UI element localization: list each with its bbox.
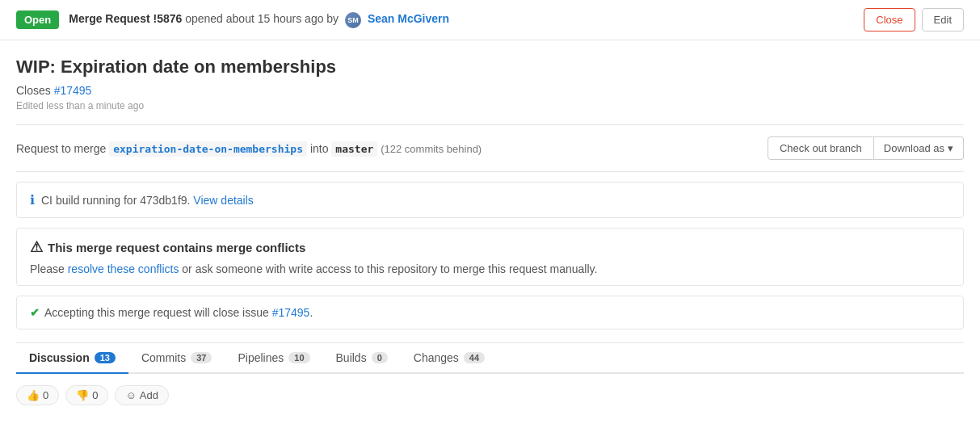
close-issue-text: Accepting this merge request will close … <box>44 306 313 319</box>
close-issue-before: Accepting this merge request will close … <box>44 306 272 319</box>
mr-meta-text: Merge Request !5876 opened about 15 hour… <box>69 12 449 25</box>
tab-count: 44 <box>464 352 485 363</box>
commits-behind: (122 commits behind) <box>381 143 482 155</box>
tab-pipelines[interactable]: Pipelines10 <box>225 343 322 374</box>
conflict-title: ⚠ This merge request contains merge conf… <box>30 238 950 256</box>
close-issue-after: . <box>309 306 313 319</box>
ci-running-text: CI build running for 473db1f9. <box>41 194 190 207</box>
issue-link[interactable]: #17495 <box>272 306 310 319</box>
mr-opened-text: opened about 15 hours ago by <box>185 12 342 25</box>
tab-count: 13 <box>95 352 116 363</box>
tab-builds[interactable]: Builds0 <box>323 343 401 374</box>
top-bar-actions: Close Edit <box>864 8 964 31</box>
reaction-button[interactable]: 👍0 <box>16 385 59 405</box>
tab-changes[interactable]: Changes44 <box>401 343 498 374</box>
conflict-desc-before: Please <box>30 262 68 275</box>
chevron-down-icon: ▾ <box>948 142 953 154</box>
tab-label: Discussion <box>29 351 90 364</box>
warning-icon: ⚠ <box>30 238 43 256</box>
mr-edited: Edited less than a minute ago <box>16 100 964 111</box>
tab-label: Pipelines <box>238 351 284 364</box>
target-branch: master <box>331 141 377 157</box>
resolve-conflicts-link[interactable]: resolve these conflicts <box>68 262 179 275</box>
merge-actions: Check out branch Download as ▾ <box>768 136 964 160</box>
download-label: Download as <box>884 142 944 154</box>
ci-text: CI build running for 473db1f9. View deta… <box>41 194 254 207</box>
close-issue-box: ✔ Accepting this merge request will clos… <box>16 296 964 329</box>
download-button[interactable]: Download as ▾ <box>874 136 964 160</box>
into-text: into <box>310 142 331 155</box>
mr-id: Merge Request !5876 <box>69 12 182 25</box>
closes-link[interactable]: #17495 <box>54 84 92 97</box>
merge-info: Request to merge expiration-date-on-memb… <box>16 124 964 172</box>
smiley-icon: ☺ <box>125 389 136 401</box>
ci-view-details-link[interactable]: View details <box>193 194 253 207</box>
tabs: Discussion13Commits37Pipelines10Builds0C… <box>16 343 964 374</box>
close-button[interactable]: Close <box>864 8 915 31</box>
checkout-branch-button[interactable]: Check out branch <box>768 136 874 160</box>
mr-closes: Closes #17495 <box>16 84 964 97</box>
tab-commits[interactable]: Commits37 <box>128 343 225 374</box>
conflict-desc: Please resolve these conflicts or ask so… <box>30 262 950 275</box>
add-reaction-button[interactable]: ☺Add <box>115 385 168 405</box>
conflict-box: ⚠ This merge request contains merge conf… <box>16 228 964 286</box>
ci-icon: ℹ <box>30 192 35 208</box>
reaction-icon: 👎 <box>76 389 89 401</box>
reaction-icon: 👍 <box>27 389 40 401</box>
source-branch[interactable]: expiration-date-on-memberships <box>109 141 307 157</box>
reactions: 👍0👎0☺Add <box>16 374 964 412</box>
tab-label: Builds <box>336 351 367 364</box>
reaction-count: 0 <box>92 389 98 401</box>
tab-count: 37 <box>191 352 212 363</box>
tab-label: Commits <box>141 351 186 364</box>
conflict-title-text: This merge request contains merge confli… <box>48 241 305 254</box>
author-link[interactable]: Sean McGivern <box>368 12 449 25</box>
request-to-merge-text: Request to merge <box>16 142 109 155</box>
tab-label: Changes <box>414 351 459 364</box>
closes-prefix: Closes <box>16 84 54 97</box>
reaction-button[interactable]: 👎0 <box>65 385 108 405</box>
add-reaction-label: Add <box>140 389 158 401</box>
open-badge: Open <box>16 10 59 29</box>
top-bar: Open Merge Request !5876 opened about 15… <box>0 0 980 40</box>
edit-button[interactable]: Edit <box>922 8 964 31</box>
tabs-section: Discussion13Commits37Pipelines10Builds0C… <box>16 342 964 412</box>
merge-info-text: Request to merge expiration-date-on-memb… <box>16 142 768 155</box>
avatar: SM <box>345 12 361 28</box>
conflict-desc-after: or ask someone with write access to this… <box>179 262 597 275</box>
tab-count: 0 <box>372 352 388 363</box>
mr-title: WIP: Expiration date on memberships <box>16 57 964 78</box>
tab-discussion[interactable]: Discussion13 <box>16 343 128 374</box>
top-bar-meta: Merge Request !5876 opened about 15 hour… <box>69 12 864 28</box>
ci-box: ℹ CI build running for 473db1f9. View de… <box>16 182 964 218</box>
checkmark-icon: ✔ <box>30 306 40 319</box>
tab-count: 10 <box>288 352 309 363</box>
reaction-count: 0 <box>43 389 48 401</box>
